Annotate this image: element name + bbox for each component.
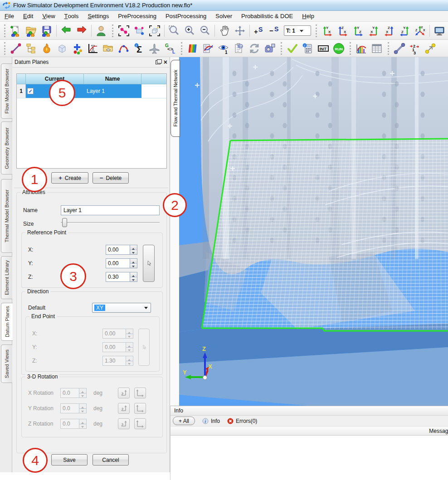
ref-z-spinner[interactable] <box>130 272 137 281</box>
model-tree-icon[interactable] <box>24 41 39 56</box>
menu-edit[interactable]: Edit <box>19 11 38 21</box>
open-model-icon[interactable] <box>24 24 39 38</box>
summation-icon[interactable]: Σi <box>132 41 146 56</box>
zoom-window-icon[interactable] <box>167 24 181 38</box>
view-iso-icon[interactable]: YZX <box>413 24 427 38</box>
flow-element-icon[interactable] <box>9 41 23 56</box>
create-button[interactable]: + Create <box>51 172 88 184</box>
menu-solver[interactable]: Solver <box>211 11 237 21</box>
zoom-in-icon[interactable] <box>182 24 197 38</box>
increase-symbol-icon[interactable]: +S <box>252 24 267 38</box>
cancel-button[interactable]: Cancel <box>93 454 129 465</box>
select-elements-icon[interactable] <box>132 24 146 38</box>
view-zx-icon[interactable]: ZX <box>336 24 350 38</box>
ref-x-input[interactable]: 0.00 <box>106 245 137 255</box>
view-yx-icon[interactable]: YX <box>320 24 335 38</box>
visibility-icon[interactable]: 1 <box>216 41 231 56</box>
sidebar-tab-saved-views[interactable]: Saved Views <box>1 344 12 383</box>
viewport-3d[interactable]: ZYX <box>179 57 448 406</box>
renumber-icon[interactable]: 213 <box>408 41 422 56</box>
window-titlebar[interactable]: Flow Simulator Development Environment V… <box>0 0 448 11</box>
save-button[interactable]: Save <box>51 454 88 465</box>
view-zy-icon[interactable]: YZ <box>397 24 412 38</box>
menu-settings[interactable]: Settings <box>83 11 113 21</box>
aircraft-icon[interactable] <box>147 41 162 56</box>
select-nodes-icon[interactable] <box>117 24 131 38</box>
menu-help[interactable]: Help <box>297 11 319 21</box>
display-window-icon[interactable] <box>432 24 447 38</box>
combustor-icon[interactable] <box>39 41 54 56</box>
slider-thumb[interactable] <box>62 218 67 227</box>
menu-view[interactable]: View <box>38 11 59 21</box>
user-profile-icon[interactable] <box>94 24 108 38</box>
float-panel-icon[interactable] <box>156 60 161 64</box>
view-xy-icon[interactable]: YX <box>366 24 381 38</box>
current-checkbox[interactable]: ✓ <box>27 88 34 94</box>
pick-reference-point-button[interactable] <box>143 245 155 282</box>
rotate-view-icon[interactable] <box>233 24 247 38</box>
z-rotation-label: Z Rotation <box>28 421 53 427</box>
calculator-icon[interactable]: i <box>301 41 315 56</box>
add-geometry-icon[interactable] <box>70 41 85 56</box>
ref-z-input[interactable]: 0.30 <box>106 272 137 282</box>
results-table-icon[interactable] <box>370 41 384 56</box>
element-info-icon[interactable]: ? <box>232 41 246 56</box>
sidebar-tab-flow-model-browser[interactable]: Flow Model Browser <box>1 63 12 119</box>
pan-icon[interactable] <box>217 24 232 38</box>
info-icon: i <box>202 418 209 424</box>
redo-icon[interactable] <box>74 24 89 38</box>
select-box-icon[interactable] <box>147 24 162 38</box>
ref-y-input[interactable]: 0.00 <box>106 258 137 268</box>
view-yz-icon[interactable]: YZ <box>351 24 365 38</box>
import-geometry-icon[interactable] <box>101 41 116 56</box>
xy-plot-icon[interactable] <box>201 41 215 56</box>
menu-file[interactable]: File <box>0 11 19 21</box>
zoom-out-icon[interactable] <box>198 24 212 38</box>
table-row[interactable]: 1 ✓ Layer 1 <box>17 84 166 98</box>
all-messages-button[interactable]: + All <box>173 417 195 425</box>
ref-x-spinner[interactable] <box>130 245 137 254</box>
name-input[interactable]: Layer 1 <box>61 205 160 215</box>
chamber-icon[interactable] <box>55 41 69 56</box>
sidebar-tab-thermal-model-browser[interactable]: Thermal Model Browser <box>1 179 12 253</box>
undo-icon[interactable] <box>59 24 73 38</box>
refresh-icon[interactable] <box>247 41 262 56</box>
menu-tools[interactable]: Tools <box>60 11 83 21</box>
decrease-symbol-icon[interactable]: −S <box>268 24 282 38</box>
run-icon[interactable]: RUN <box>331 41 346 56</box>
results-chart-icon[interactable] <box>354 41 369 56</box>
sidebar-tab-label: Datum Planes <box>5 306 10 337</box>
end-x-input: 0.00 <box>102 329 133 339</box>
info-tab[interactable]: i Info <box>202 418 220 424</box>
init-icon[interactable]: INIT <box>316 41 331 56</box>
errors-tab[interactable]: Errors(0) <box>227 418 257 424</box>
save-model-icon[interactable] <box>39 24 54 38</box>
ref-y-spinner[interactable] <box>130 259 137 268</box>
tab-flow-thermal-network[interactable]: Flow and Thermal Network <box>170 60 180 137</box>
t-level-selector[interactable]: T: 1 <box>284 25 311 36</box>
new-model-icon[interactable] <box>9 24 23 38</box>
menu-probabilistic-doe[interactable]: Probabilistic & DOE <box>237 11 297 21</box>
column-header-name[interactable]: Name <box>84 74 141 84</box>
gl-converter-icon[interactable]: G<>L <box>163 41 177 56</box>
contour-plot-icon[interactable] <box>185 41 200 56</box>
delete-button[interactable]: − Delete <box>93 172 129 184</box>
size-slider[interactable] <box>61 218 160 227</box>
sidebar-tab-geometry-browser[interactable]: Geometry Browser <box>1 121 12 175</box>
view-xz-icon[interactable]: ZX <box>382 24 396 38</box>
swap-connection-icon[interactable] <box>423 41 438 56</box>
curve-editor-icon[interactable] <box>117 41 131 56</box>
menu-preprocessing[interactable]: PreProcessing <box>113 11 161 21</box>
name-input-value: Layer 1 <box>63 207 82 213</box>
menu-postprocessing[interactable]: PostProcessing <box>161 11 211 21</box>
snapshot-icon[interactable] <box>263 41 277 56</box>
connect-elements-icon[interactable] <box>392 41 407 56</box>
sidebar-tab-element-library[interactable]: Element Library <box>1 256 12 299</box>
message-list[interactable] <box>170 436 448 480</box>
message-column-header[interactable]: Message <box>170 427 448 436</box>
check-model-icon[interactable] <box>285 41 300 56</box>
sidebar-tab-datum-planes[interactable]: Datum Planes <box>1 303 13 341</box>
convergence-chart-icon[interactable] <box>86 41 100 56</box>
close-panel-icon[interactable]: × <box>164 59 167 65</box>
direction-default-combo[interactable]: XY <box>92 303 151 313</box>
